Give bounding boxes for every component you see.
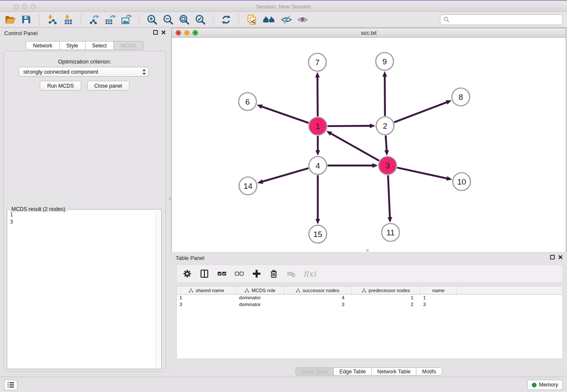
task-history-button[interactable] [4, 380, 17, 390]
tab-edge-table[interactable]: Edge Table [334, 367, 372, 375]
status-bar: Memory [0, 377, 567, 392]
task-list-icon [7, 382, 14, 388]
table-cell[interactable]: 2 [352, 301, 421, 308]
graph-edge-arrowhead [257, 105, 263, 109]
tab-node-table[interactable]: Node Table [295, 367, 334, 375]
graph-edge-4-14[interactable] [262, 168, 308, 182]
tab-network[interactable]: Network [26, 41, 60, 50]
tab-mcds[interactable]: MCDS [114, 41, 143, 50]
node-table[interactable]: shared nameMCDS rolesuccessor nodesprede… [176, 286, 563, 359]
graph-node-label: 6 [245, 97, 250, 106]
graph-edge-1-6[interactable] [261, 107, 308, 123]
export-table-icon[interactable] [104, 14, 116, 25]
close-icon[interactable] [558, 255, 563, 259]
graph-edge-arrowhead [372, 163, 378, 168]
add-column-icon[interactable] [251, 269, 261, 279]
table-cell[interactable]: 3 [284, 301, 352, 308]
column-header-successor-nodes[interactable]: successor nodes [284, 287, 352, 294]
memory-status-icon [532, 383, 537, 387]
deselect-all-columns-icon[interactable] [234, 269, 244, 279]
table-cell[interactable]: 3 [421, 301, 457, 308]
close-panel-button[interactable]: Close panel [87, 81, 129, 91]
graph-edge-2-8[interactable] [394, 102, 447, 122]
network-canvas[interactable]: 1234678910111415 [172, 38, 566, 252]
table-row[interactable]: 3dominator323 [177, 301, 562, 308]
toolbar-separator [239, 14, 239, 25]
graph-edge-2-9[interactable] [385, 76, 385, 116]
network-view-titlebar[interactable]: × − + scc.txt [172, 28, 566, 38]
clone-network-icon[interactable] [246, 14, 258, 25]
tab-network-table[interactable]: Network Table [372, 367, 417, 375]
hide-panels-icon[interactable] [281, 14, 292, 25]
export-image-icon[interactable] [120, 14, 132, 25]
table-cell[interactable]: 1 [421, 295, 457, 301]
show-panels-icon[interactable] [297, 14, 308, 25]
table-toolbar: f(x) [176, 265, 563, 283]
table-settings-icon[interactable] [182, 269, 192, 279]
graph-edge-arrowhead [446, 176, 452, 181]
graph-edge-arrowhead [383, 71, 387, 77]
tab-style[interactable]: Style [60, 41, 85, 50]
table-cell[interactable]: 1 [352, 295, 421, 301]
table-cell[interactable]: dominator [237, 295, 284, 301]
import-table-icon[interactable] [62, 14, 74, 25]
run-mcds-button[interactable]: Run MCDS [40, 81, 81, 91]
table-cell[interactable]: dominator [237, 301, 284, 308]
table-row[interactable]: 1dominator411 [177, 295, 562, 301]
graph-node-label: 3 [385, 161, 390, 170]
search-box [440, 14, 563, 25]
graph-node-label: 9 [383, 57, 387, 66]
column-header-predecessor-nodes[interactable]: predecessor nodes [352, 287, 421, 294]
zoom-in-icon[interactable] [146, 14, 158, 25]
import-network-icon[interactable] [46, 14, 58, 25]
graph-node-label: 7 [315, 58, 320, 67]
table-cell[interactable]: 1 [177, 295, 237, 301]
graph-edge-1-2[interactable] [328, 126, 370, 126]
graph-edge-arrowhead [257, 179, 263, 184]
result-scrollbar[interactable] [155, 210, 160, 368]
table-cell[interactable]: 3 [177, 301, 237, 308]
column-header-name[interactable]: name [421, 287, 457, 294]
divider-grip[interactable] [169, 198, 171, 200]
graph-edge-3-10[interactable] [397, 168, 447, 179]
tab-select[interactable]: Select [85, 41, 114, 50]
panel-layout-icon[interactable] [199, 269, 209, 279]
select-all-columns-icon[interactable] [217, 269, 227, 279]
column-header-mcds-role[interactable]: MCDS role [237, 287, 284, 294]
graph-node-label: 2 [383, 121, 388, 130]
graph-edge-3-11[interactable] [388, 175, 390, 218]
graph-edge-3-1[interactable] [330, 133, 379, 161]
network-graph[interactable]: 1234678910111415 [172, 38, 566, 252]
float-window-icon[interactable] [153, 30, 158, 35]
home-icon[interactable] [262, 14, 276, 25]
graph-node-label: 11 [386, 228, 395, 237]
tree-column-icon [245, 288, 249, 293]
apply-layout-icon[interactable] [220, 14, 232, 25]
zoom-fit-icon[interactable] [178, 14, 190, 25]
app-titlebar: Session: New Session [0, 0, 567, 12]
search-input[interactable] [451, 17, 559, 22]
zoom-selected-icon[interactable] [194, 14, 206, 25]
export-network-icon[interactable] [88, 14, 100, 25]
save-session-icon[interactable] [20, 14, 32, 25]
tab-motifs[interactable]: Motifs [416, 367, 442, 375]
zoom-out-icon[interactable] [162, 14, 174, 25]
delete-columns-icon[interactable] [269, 269, 279, 279]
graph-edge-1-7[interactable] [317, 77, 318, 116]
delete-table-icon[interactable] [286, 269, 296, 279]
graph-edge-2-3[interactable] [385, 135, 386, 151]
network-view-window: × − + scc.txt 1234678910111415 [171, 28, 566, 252]
float-window-icon[interactable] [550, 255, 555, 259]
control-panel-title: Control Panel [4, 30, 38, 36]
function-builder-icon[interactable]: f(x) [303, 270, 316, 278]
criterion-select[interactable]: strongly connected component [19, 67, 149, 77]
result-item: 1 [8, 211, 154, 218]
open-session-icon[interactable] [4, 14, 16, 25]
graph-node-label: 10 [457, 177, 466, 186]
column-header-shared-name[interactable]: shared name [177, 287, 237, 294]
table-cell[interactable]: 4 [284, 295, 352, 301]
table-tabs: Node TableEdge TableNetwork TableMotifs [171, 367, 566, 375]
divider-grip[interactable] [366, 249, 369, 251]
memory-button[interactable]: Memory [527, 380, 563, 390]
close-icon[interactable] [161, 30, 166, 35]
